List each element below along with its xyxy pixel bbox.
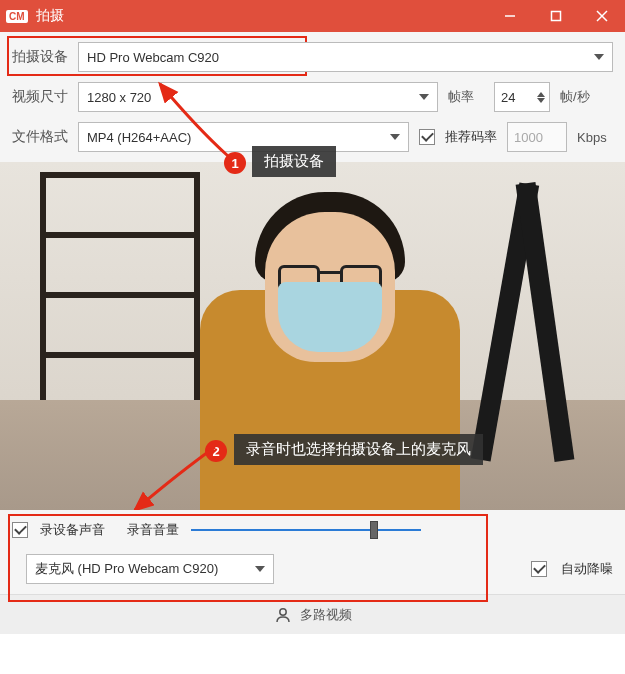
audio-panel: 录设备声音 录音音量 麦克风 (HD Pro Webcam C920) 自动降噪 [0, 510, 625, 594]
multiview-button[interactable]: 多路视频 [0, 594, 625, 634]
app-logo: CM [6, 10, 28, 23]
fps-unit: 帧/秒 [560, 88, 596, 106]
device-label: 拍摄设备 [12, 48, 68, 66]
close-button[interactable] [579, 0, 625, 32]
fps-spinner[interactable]: 24 [494, 82, 550, 112]
settings-panel: 拍摄设备 HD Pro Webcam C920 视频尺寸 1280 x 720 … [0, 32, 625, 162]
mic-value: 麦克风 (HD Pro Webcam C920) [35, 560, 255, 578]
denoise-label: 自动降噪 [561, 560, 613, 578]
device-dropdown[interactable]: HD Pro Webcam C920 [78, 42, 613, 72]
fps-label: 帧率 [448, 88, 484, 106]
volume-label: 录音音量 [127, 521, 179, 539]
format-dropdown[interactable]: MP4 (H264+AAC) [78, 122, 409, 152]
bitrate-value: 1000 [514, 130, 543, 145]
chevron-down-icon [594, 54, 604, 60]
bitrate-input[interactable]: 1000 [507, 122, 567, 152]
spinner-up-icon[interactable] [537, 92, 545, 97]
bitrate-unit: Kbps [577, 130, 613, 145]
slider-thumb[interactable] [370, 521, 378, 539]
user-icon [274, 606, 292, 624]
spinner-down-icon[interactable] [537, 98, 545, 103]
callout-badge-1: 1 [224, 152, 246, 174]
maximize-button[interactable] [533, 0, 579, 32]
callout-text-1: 拍摄设备 [252, 146, 336, 177]
chevron-down-icon [419, 94, 429, 100]
denoise-checkbox[interactable] [531, 561, 547, 577]
mic-dropdown[interactable]: 麦克风 (HD Pro Webcam C920) [26, 554, 274, 584]
size-label: 视频尺寸 [12, 88, 68, 106]
volume-slider[interactable] [191, 520, 421, 540]
recommend-bitrate-checkbox[interactable] [419, 129, 435, 145]
video-preview: 2 录音时也选择拍摄设备上的麦克风 [0, 162, 625, 510]
svg-rect-1 [552, 12, 561, 21]
titlebar: CM 拍摄 [0, 0, 625, 32]
recommend-bitrate-label: 推荐码率 [445, 128, 497, 146]
record-device-audio-checkbox[interactable] [12, 522, 28, 538]
chevron-down-icon [255, 566, 265, 572]
multiview-label: 多路视频 [300, 606, 352, 624]
format-value: MP4 (H264+AAC) [87, 130, 390, 145]
callout-badge-2: 2 [205, 440, 227, 462]
svg-point-4 [279, 608, 285, 614]
device-value: HD Pro Webcam C920 [87, 50, 594, 65]
record-device-audio-label: 录设备声音 [40, 521, 105, 539]
format-label: 文件格式 [12, 128, 68, 146]
fps-value: 24 [501, 90, 537, 105]
size-dropdown[interactable]: 1280 x 720 [78, 82, 438, 112]
size-value: 1280 x 720 [87, 90, 419, 105]
window-title: 拍摄 [36, 7, 64, 25]
minimize-button[interactable] [487, 0, 533, 32]
chevron-down-icon [390, 134, 400, 140]
callout-text-2: 录音时也选择拍摄设备上的麦克风 [234, 434, 483, 465]
